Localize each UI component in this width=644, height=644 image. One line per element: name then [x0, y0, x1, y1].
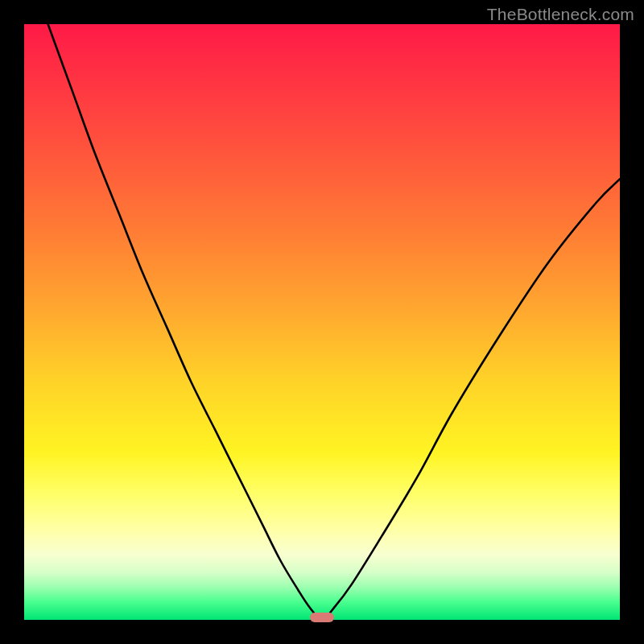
- chart-frame: TheBottleneck.com: [0, 0, 644, 644]
- watermark-text: TheBottleneck.com: [487, 5, 634, 24]
- curve-svg: [24, 24, 620, 620]
- minimum-marker: [310, 613, 334, 622]
- plot-area: [24, 24, 620, 620]
- bottleneck-curve: [48, 24, 620, 620]
